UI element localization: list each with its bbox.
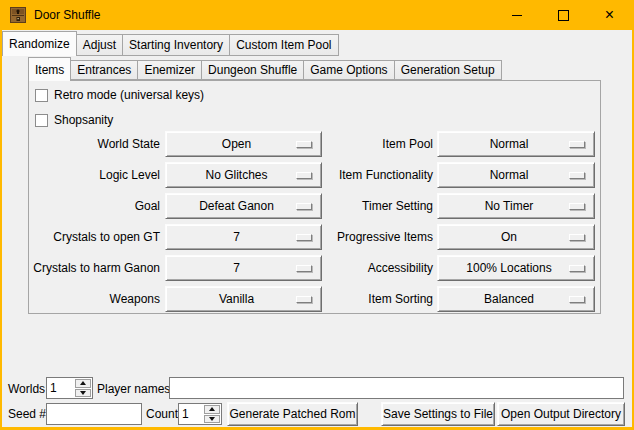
shopsanity-checkbox[interactable] bbox=[35, 114, 48, 127]
crystals-open-gt-label: Crystals to open GT bbox=[20, 224, 160, 250]
close-button[interactable]: × bbox=[587, 0, 632, 30]
tab-custom-item-pool[interactable]: Custom Item Pool bbox=[229, 34, 338, 56]
maximize-icon bbox=[558, 10, 569, 21]
tab-game-options[interactable]: Game Options bbox=[303, 60, 394, 80]
seed-input[interactable] bbox=[46, 403, 142, 425]
item-functionality-label: Item Functionality bbox=[283, 162, 433, 188]
spinner-down-button[interactable] bbox=[75, 389, 91, 398]
app-window: Door Shuffle × Randomize Adjust Starting… bbox=[0, 0, 634, 430]
retro-mode-label: Retro mode (universal keys) bbox=[54, 87, 204, 103]
logic-level-label: Logic Level bbox=[20, 162, 160, 188]
tab-adjust-label: Adjust bbox=[83, 38, 116, 52]
generate-rom-button[interactable]: Generate Patched Rom bbox=[227, 402, 358, 426]
crystals-open-gt-value: 7 bbox=[233, 230, 240, 244]
tab-randomize[interactable]: Randomize bbox=[2, 31, 77, 56]
tab-custom-item-pool-label: Custom Item Pool bbox=[236, 38, 331, 52]
open-output-button[interactable]: Open Output Directory bbox=[497, 402, 625, 426]
item-sorting-value: Balanced bbox=[484, 292, 534, 306]
save-settings-button-label: Save Settings to File bbox=[383, 407, 493, 421]
dropdown-indicator-icon bbox=[569, 141, 585, 148]
worlds-spinner-value: 1 bbox=[50, 378, 57, 398]
timer-setting-label: Timer Setting bbox=[283, 193, 433, 219]
main-tabbar: Randomize Adjust Starting Inventory Cust… bbox=[2, 31, 338, 56]
tab-game-options-label: Game Options bbox=[310, 63, 387, 77]
tab-adjust[interactable]: Adjust bbox=[76, 34, 123, 56]
accessibility-dropdown[interactable]: 100% Locations bbox=[437, 255, 595, 281]
tab-dungeon-shuffle-label: Dungeon Shuffle bbox=[208, 63, 297, 77]
retro-mode-checkbox[interactable] bbox=[35, 89, 48, 102]
tab-items[interactable]: Items bbox=[28, 57, 71, 81]
tab-generation-setup-label: Generation Setup bbox=[401, 63, 495, 77]
dropdown-indicator-icon bbox=[569, 234, 585, 241]
minimize-button[interactable] bbox=[494, 0, 540, 30]
timer-setting-value: No Timer bbox=[485, 199, 534, 213]
dropdown-indicator-icon bbox=[569, 296, 585, 303]
open-output-button-label: Open Output Directory bbox=[501, 407, 621, 421]
dropdown-indicator-icon bbox=[569, 203, 585, 210]
item-pool-dropdown[interactable]: Normal bbox=[437, 131, 595, 157]
arrow-down-icon bbox=[209, 417, 215, 421]
item-sorting-label: Item Sorting bbox=[283, 286, 433, 312]
maximize-button[interactable] bbox=[540, 0, 586, 30]
count-spinner[interactable]: 1 bbox=[178, 403, 222, 425]
tab-entrances[interactable]: Entrances bbox=[70, 60, 138, 80]
arrow-down-icon bbox=[80, 391, 86, 395]
player-names-input[interactable] bbox=[169, 377, 624, 399]
progressive-items-label: Progressive Items bbox=[283, 224, 433, 250]
tab-items-label: Items bbox=[35, 63, 64, 77]
timer-setting-dropdown[interactable]: No Timer bbox=[437, 193, 595, 219]
worlds-spinner[interactable]: 1 bbox=[46, 377, 93, 399]
shopsanity-label: Shopsanity bbox=[54, 112, 113, 128]
player-names-label: Player names bbox=[97, 378, 170, 400]
spinner-up-button[interactable] bbox=[75, 379, 91, 388]
count-spinner-value: 1 bbox=[182, 404, 189, 424]
titlebar[interactable]: Door Shuffle × bbox=[0, 0, 634, 30]
generate-rom-button-label: Generate Patched Rom bbox=[229, 407, 355, 421]
tab-starting-inventory[interactable]: Starting Inventory bbox=[122, 34, 230, 56]
goal-label: Goal bbox=[20, 193, 160, 219]
world-state-label: World State bbox=[20, 131, 160, 157]
app-icon bbox=[10, 7, 26, 23]
shopsanity-checkbox-row[interactable]: Shopsanity bbox=[35, 112, 113, 128]
tab-generation-setup[interactable]: Generation Setup bbox=[394, 60, 502, 80]
spinner-down-button[interactable] bbox=[204, 415, 220, 424]
crystals-harm-ganon-label: Crystals to harm Ganon bbox=[20, 255, 160, 281]
logic-level-value: No Glitches bbox=[205, 168, 267, 182]
weapons-label: Weapons bbox=[20, 286, 160, 312]
seed-label: Seed # bbox=[8, 403, 46, 425]
dropdown-indicator-icon bbox=[569, 172, 585, 179]
goal-value: Defeat Ganon bbox=[199, 199, 274, 213]
progressive-items-value: On bbox=[501, 230, 517, 244]
count-label: Count bbox=[146, 403, 178, 425]
crystals-harm-ganon-value: 7 bbox=[233, 261, 240, 275]
tab-starting-inventory-label: Starting Inventory bbox=[129, 38, 223, 52]
spinner-up-button[interactable] bbox=[204, 405, 220, 414]
arrow-up-icon bbox=[80, 381, 86, 385]
accessibility-value: 100% Locations bbox=[466, 261, 551, 275]
randomize-tabbar: Items Entrances Enemizer Dungeon Shuffle… bbox=[28, 57, 501, 81]
save-settings-button[interactable]: Save Settings to File bbox=[381, 402, 495, 426]
retro-mode-checkbox-row[interactable]: Retro mode (universal keys) bbox=[35, 87, 204, 103]
dropdown-indicator-icon bbox=[569, 265, 585, 272]
worlds-spinner-buttons bbox=[75, 379, 91, 397]
world-state-value: Open bbox=[222, 137, 251, 151]
accessibility-label: Accessibility bbox=[283, 255, 433, 281]
item-functionality-dropdown[interactable]: Normal bbox=[437, 162, 595, 188]
item-pool-label: Item Pool bbox=[283, 131, 433, 157]
item-sorting-dropdown[interactable]: Balanced bbox=[437, 286, 595, 312]
tab-enemizer[interactable]: Enemizer bbox=[137, 60, 202, 80]
item-pool-value: Normal bbox=[490, 137, 529, 151]
tab-randomize-label: Randomize bbox=[9, 37, 70, 51]
item-functionality-value: Normal bbox=[490, 168, 529, 182]
progressive-items-dropdown[interactable]: On bbox=[437, 224, 595, 250]
count-spinner-buttons bbox=[204, 405, 220, 423]
close-icon: × bbox=[605, 7, 614, 23]
tab-dungeon-shuffle[interactable]: Dungeon Shuffle bbox=[201, 60, 304, 80]
tab-enemizer-label: Enemizer bbox=[144, 63, 195, 77]
weapons-value: Vanilla bbox=[219, 292, 254, 306]
window-title: Door Shuffle bbox=[34, 0, 101, 30]
arrow-up-icon bbox=[209, 407, 215, 411]
tab-entrances-label: Entrances bbox=[77, 63, 131, 77]
minimize-icon bbox=[512, 15, 522, 16]
worlds-label: Worlds bbox=[8, 378, 45, 400]
